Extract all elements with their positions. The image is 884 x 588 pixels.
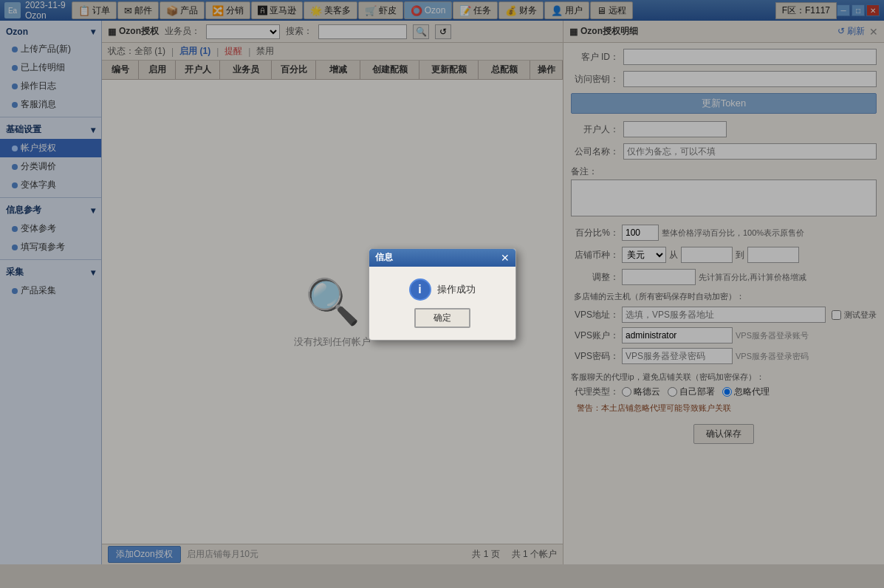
- dialog-icon-row: i 操作成功: [409, 278, 476, 301]
- dialog-title-bar: 信息 ✕: [369, 249, 515, 267]
- dialog-box: 信息 ✕ i 操作成功 确定: [369, 248, 516, 341]
- dialog-close-button[interactable]: ✕: [501, 253, 510, 263]
- dialog-title: 信息: [375, 251, 393, 264]
- info-icon: i: [409, 278, 431, 301]
- dialog-body: i 操作成功 确定: [369, 267, 515, 340]
- dialog-ok-button[interactable]: 确定: [414, 308, 470, 328]
- dialog-message: 操作成功: [437, 283, 476, 296]
- dialog-overlay: 信息 ✕ i 操作成功 确定: [0, 0, 884, 588]
